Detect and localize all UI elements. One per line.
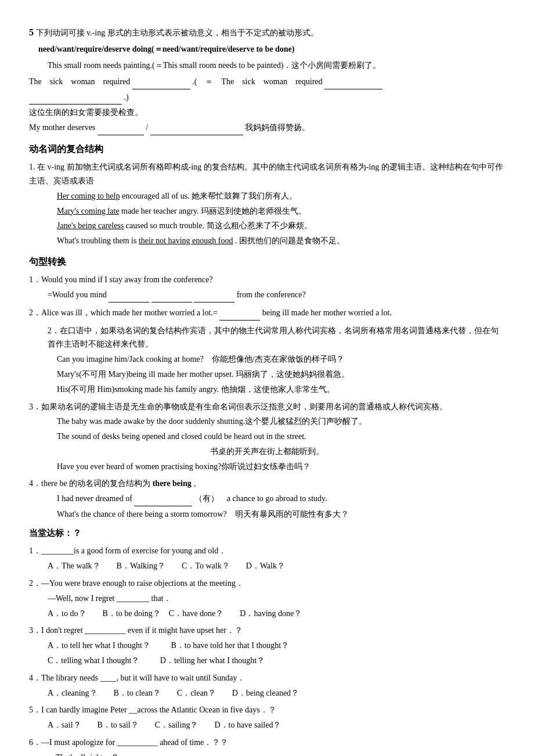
blank-1 — [132, 75, 190, 89]
q6b-text: —That's all right．？ — [48, 751, 505, 756]
q3-optsCD: C．telling what I thought？ D．telling her … — [48, 654, 505, 668]
example1-text: This small room needs painting.(＝This sm… — [48, 61, 381, 70]
example3-line: My mother deserves / 我妈妈值得赞扬。 — [29, 121, 505, 135]
section-number: 5 — [29, 27, 34, 37]
transform-item4-ex2: What's the chance of there being a storm… — [57, 507, 505, 521]
blank-2 — [324, 75, 383, 89]
blank-t4 — [219, 306, 260, 321]
gerund-compound-block: 动名词的复合结构 1. 在 v-ing 前加物主代词或名词所有格即构成-ing … — [29, 141, 505, 248]
blank-t5 — [134, 492, 192, 506]
transform-item4-ex: I had never dreamed of （有） a chance to g… — [57, 492, 505, 506]
transform-item4-note: 4．there be 的动名词的复合结构为 there being 。 — [29, 477, 505, 491]
formula-text: need/want/require/deserve doing(＝need/wa… — [38, 45, 295, 53]
formula-line: need/want/require/deserve doing(＝need/wa… — [38, 42, 505, 56]
example2-cont: .) — [29, 91, 505, 105]
example3-pre: My mother deserves — [29, 123, 95, 132]
blank-3 — [29, 91, 122, 105]
transform-ex-cn2: Mary's(不可用 Mary)being ill made her mothe… — [57, 368, 505, 381]
transform-ex3-4: Have you ever heard of women practising … — [57, 460, 505, 474]
q1-opts: A．The walk？ B．Walking？ C．To walk？ D．Walk… — [48, 559, 505, 573]
ex2-underline: Mary's coming late — [57, 207, 120, 215]
q3-optsAB: A．to tell her what I thought？ B．to have … — [48, 639, 505, 653]
transform-item1a: 1．Would you mind if I stay away from the… — [29, 273, 505, 287]
blank-4 — [98, 121, 144, 135]
q2b-text: —Well, now I regret ________ that． — [48, 592, 505, 606]
example2-pre: The sick woman required — [29, 77, 130, 86]
there-being-bold: there being — [153, 479, 192, 488]
q5-opts: A．sail？ B．to sail？ C．sailing？ D．to have … — [48, 718, 505, 732]
blank-t1 — [109, 288, 149, 303]
gerund-ex2: Mary's coming late made her teacher angr… — [57, 204, 505, 218]
blank-5 — [150, 121, 243, 135]
section5-block: 5 下列动词可接 v.-ing 形式的主动形式表示被动意义，相当于不定式的被动形… — [29, 24, 505, 135]
transform-item3-note: 3．如果动名词的逻辑主语是无生命的事物或是有生命名词但表示泛指意义时，则要用名词… — [29, 400, 505, 414]
q4-opts: A．cleaning？ B．to clean？ C．clean？ D．being… — [48, 686, 505, 700]
example1-line: This small room needs painting.(＝This sm… — [48, 59, 505, 73]
example2-dot: .( ＝ The sick woman required — [192, 77, 322, 86]
q6a-text: 6．—I must apologize for __________ ahead… — [29, 736, 505, 750]
transform-ex3-1: The baby was made awake by the door sudd… — [57, 415, 505, 429]
example2-cn: 这位生病的妇女需要接受检查。 — [29, 106, 505, 120]
gerund-ex4: What's troubling them is their not havin… — [57, 234, 505, 248]
blank-t2 — [151, 288, 192, 303]
sentence-transform-block: 句型转换 1．Would you mind if I stay away fro… — [29, 254, 505, 521]
transform-ex-cn3: His(不可用 Him)smoking made his family angr… — [57, 383, 505, 397]
q2-opts: A．to do？ B．to be doing？ C．have done？ D．h… — [48, 607, 505, 621]
transform-title: 句型转换 — [29, 254, 505, 269]
ex4-underline: their not having enough food — [139, 236, 233, 245]
blank-t3 — [194, 288, 234, 303]
transform-item1b: =Would you mind from the conference? — [48, 288, 505, 303]
gerund-ex1: Her coming to help encouraged all of us.… — [57, 189, 505, 203]
practice-block: 当堂达标：？ 1．________is a good form of exerc… — [29, 526, 505, 756]
q5-text: 5．I can hardly imagine Peter __across th… — [29, 703, 505, 717]
q1-text: 1．________is a good form of exercise for… — [29, 544, 505, 558]
transform-ex3-3: 书桌的开关声在街上都能听到。 — [29, 445, 505, 459]
section5-header: 5 下列动词可接 v.-ing 形式的主动形式表示被动意义，相当于不定式的被动形… — [29, 24, 505, 40]
example2-line: The sick woman required .( ＝ The sick wo… — [29, 75, 505, 89]
transform-ex3-2: The sound of desks being opened and clos… — [57, 430, 505, 444]
example2-cn-text: 这位生病的妇女需要接受检查。 — [29, 108, 143, 117]
gerund-title: 动名词的复合结构 — [29, 141, 505, 157]
q3-text: 3．I don't regret __________ even if it m… — [29, 624, 505, 638]
example2-paren: .) — [124, 93, 129, 102]
ex3-underline: Jane's being careless — [57, 221, 124, 230]
q4-text: 4．The library needs ____, but it will ha… — [29, 671, 505, 685]
gerund-ex3: Jane's being careless caused so much tro… — [57, 219, 505, 233]
slash: / — [146, 123, 148, 132]
section5-intro: 下列动词可接 v.-ing 形式的主动形式表示被动意义，相当于不定式的被动形式。 — [36, 28, 319, 37]
example3-cn: 我妈妈值得赞扬。 — [245, 123, 310, 132]
ex1-underline: Her coming to help — [57, 192, 120, 200]
gerund-item1: 1. 在 v-ing 前加物主代词或名词所有格即构成-ing 的复合结构。其中的… — [29, 160, 505, 188]
transform-item2a: 2．Alice was ill，which made her mother wo… — [29, 306, 505, 321]
transform-item2-note: 2．在口语中，如果动名词的复合结构作宾语，其中的物主代词常用人称代词宾格，名词所… — [48, 324, 505, 352]
practice-title: 当堂达标：？ — [29, 526, 505, 541]
transform-ex-cn1: Can you imagine him/Jack cooking at home… — [57, 352, 505, 366]
q2a-text: 2．—You were brave enough to raise object… — [29, 577, 505, 591]
